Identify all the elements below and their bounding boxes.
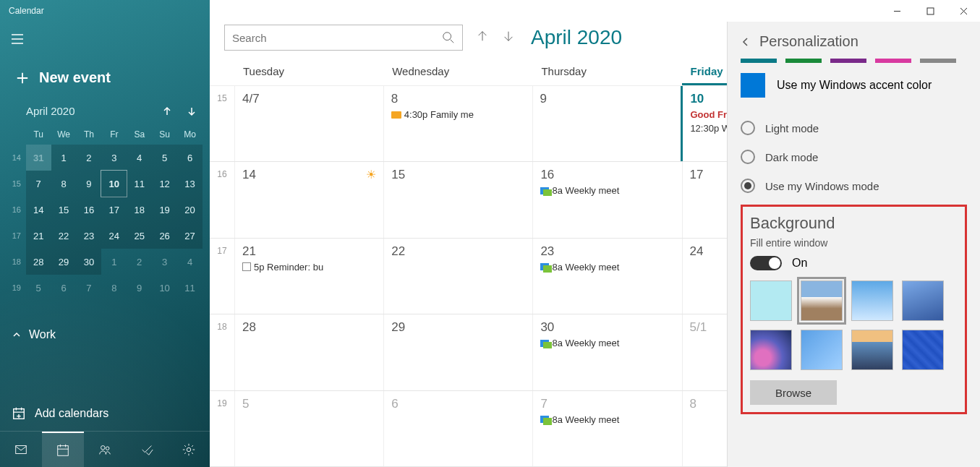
mini-day[interactable]: 6 <box>51 275 77 301</box>
day-cell[interactable]: 5 <box>234 391 383 466</box>
fill-window-toggle[interactable] <box>750 256 782 270</box>
mini-day[interactable]: 24 <box>101 223 127 249</box>
back-icon[interactable] <box>741 37 751 47</box>
day-cell[interactable]: 215p Reminder: bu <box>234 239 383 314</box>
mini-next-icon[interactable] <box>187 106 197 116</box>
mini-day[interactable]: 19 <box>152 197 177 223</box>
event[interactable]: 8a Weekly meet <box>540 185 674 196</box>
event[interactable]: 8a Weekly meet <box>540 262 674 273</box>
people-icon[interactable] <box>84 432 126 467</box>
mini-day[interactable]: 16 <box>77 197 102 223</box>
mini-day[interactable]: 12 <box>152 171 177 197</box>
calendar-icon[interactable] <box>42 432 84 467</box>
search-icon[interactable] <box>442 31 455 44</box>
mini-day[interactable]: 15 <box>51 197 77 223</box>
day-cell[interactable]: 9 <box>532 86 681 161</box>
todo-icon[interactable] <box>126 432 168 467</box>
mini-day[interactable]: 2 <box>127 249 152 275</box>
browse-button[interactable]: Browse <box>750 380 837 405</box>
event[interactable]: 5p Reminder: bu <box>242 262 376 273</box>
bg-thumb[interactable] <box>750 330 792 370</box>
dark-mode-radio[interactable]: Dark mode <box>741 150 967 164</box>
event[interactable]: 4:30p Family me <box>391 109 525 120</box>
mini-day[interactable]: 9 <box>127 275 152 301</box>
color-swatch[interactable] <box>875 59 911 63</box>
mini-day[interactable]: 11 <box>127 171 152 197</box>
day-cell[interactable]: 28 <box>234 314 383 390</box>
mini-day[interactable]: 11 <box>177 275 203 301</box>
search-box[interactable] <box>224 25 463 51</box>
calendar-section-toggle[interactable]: Work <box>0 322 210 347</box>
mini-day[interactable]: 2 <box>77 145 102 171</box>
mini-day[interactable]: 21 <box>26 223 51 249</box>
color-swatch[interactable] <box>785 59 822 63</box>
day-cell[interactable]: 78a Weekly meet <box>532 391 681 466</box>
event[interactable]: 8a Weekly meet <box>540 338 674 348</box>
light-mode-radio[interactable]: Light mode <box>741 121 967 135</box>
settings-icon[interactable] <box>168 432 210 467</box>
day-cell[interactable]: 84:30p Family me <box>383 86 532 161</box>
mini-day[interactable]: 13 <box>177 171 203 197</box>
mini-day[interactable]: 8 <box>51 171 77 197</box>
maximize-button[interactable] <box>913 0 947 22</box>
mini-day[interactable]: 28 <box>26 249 51 275</box>
month-title[interactable]: April 2020 <box>531 26 622 49</box>
mini-day[interactable]: 27 <box>177 223 203 249</box>
color-swatch[interactable] <box>830 59 866 63</box>
mini-day[interactable]: 1 <box>51 145 77 171</box>
color-swatch[interactable] <box>920 59 956 63</box>
day-cell[interactable]: 6 <box>383 391 532 466</box>
bg-thumb[interactable] <box>902 330 944 370</box>
accent-color-box[interactable] <box>741 73 765 98</box>
search-input[interactable] <box>232 32 442 44</box>
day-cell[interactable]: 238a Weekly meet <box>532 239 681 314</box>
mail-icon[interactable] <box>0 432 42 467</box>
mini-day[interactable]: 14 <box>26 197 51 223</box>
day-cell[interactable]: 22 <box>383 239 532 314</box>
mini-prev-icon[interactable] <box>162 106 172 116</box>
mini-day[interactable]: 22 <box>51 223 77 249</box>
minimize-button[interactable] <box>880 0 913 22</box>
close-button[interactable] <box>947 0 980 22</box>
day-cell[interactable]: 308a Weekly meet <box>532 314 681 390</box>
mini-day[interactable]: 26 <box>152 223 177 249</box>
mini-day[interactable]: 8 <box>101 275 127 301</box>
bg-thumb[interactable] <box>851 280 893 321</box>
day-cell[interactable]: 15 <box>383 162 532 237</box>
mini-day[interactable]: 30 <box>77 249 102 275</box>
mini-day[interactable]: 4 <box>127 145 152 171</box>
mini-day[interactable]: 23 <box>77 223 102 249</box>
bg-thumb[interactable] <box>851 330 893 370</box>
mini-day[interactable]: 7 <box>26 171 51 197</box>
day-cell[interactable]: 4/7 <box>234 86 383 161</box>
mini-day[interactable]: 9 <box>77 171 102 197</box>
mini-day[interactable]: 10 <box>101 171 127 197</box>
bg-thumb[interactable] <box>801 280 843 321</box>
mini-day[interactable]: 31 <box>26 145 51 171</box>
hamburger-button[interactable] <box>0 22 210 59</box>
color-swatch[interactable] <box>741 59 777 63</box>
mini-day[interactable]: 17 <box>101 197 127 223</box>
next-week-button[interactable] <box>502 30 515 46</box>
bg-thumb[interactable] <box>902 280 944 321</box>
mini-day[interactable]: 5 <box>152 145 177 171</box>
event[interactable]: 8a Weekly meet <box>540 414 674 425</box>
bg-thumb[interactable] <box>801 330 843 370</box>
mini-day[interactable]: 25 <box>127 223 152 249</box>
day-cell[interactable]: 168a Weekly meet <box>532 162 681 237</box>
day-cell[interactable]: 29 <box>383 314 532 390</box>
prev-week-button[interactable] <box>476 30 489 46</box>
mini-day[interactable]: 10 <box>152 275 177 301</box>
add-calendars-button[interactable]: Add calendars <box>0 396 210 431</box>
mini-calendar[interactable]: TuWeThFrSaSuMo14311234561578910111213161… <box>0 124 210 301</box>
mini-day[interactable]: 1 <box>101 249 127 275</box>
new-event-button[interactable]: New event <box>0 59 210 102</box>
mini-day[interactable]: 4 <box>177 249 203 275</box>
day-cell[interactable]: 14☀ <box>234 162 383 237</box>
mini-day[interactable]: 5 <box>26 275 51 301</box>
mini-day[interactable]: 20 <box>177 197 203 223</box>
mini-day[interactable]: 29 <box>51 249 77 275</box>
windows-mode-radio[interactable]: Use my Windows mode <box>741 179 967 193</box>
bg-thumb[interactable] <box>750 280 792 321</box>
mini-day[interactable]: 18 <box>127 197 152 223</box>
